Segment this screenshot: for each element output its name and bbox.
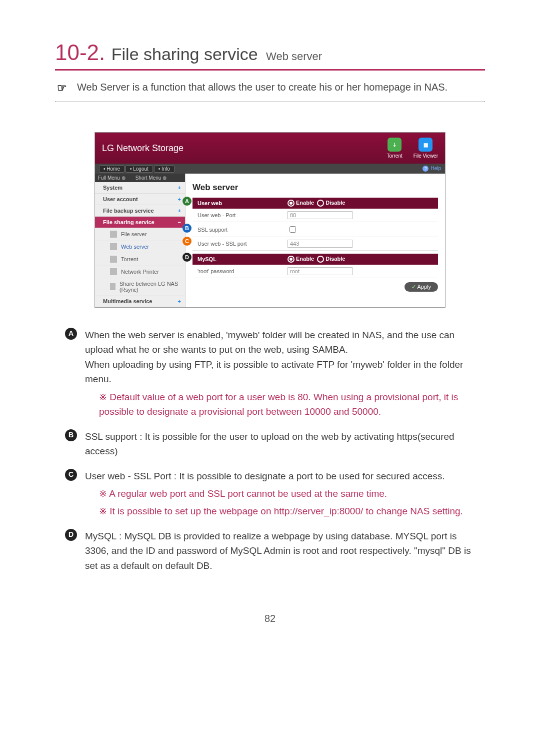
page-number: 82 (55, 613, 485, 624)
userweb-radio[interactable]: Enable Disable (282, 198, 438, 209)
input-user-web-port[interactable] (288, 211, 352, 219)
checkbox-ssl[interactable] (290, 226, 296, 233)
row-label: SSL support (192, 222, 282, 237)
input-user-web-ssl-port[interactable] (288, 240, 352, 248)
brand: LG Network Storage (102, 143, 184, 154)
nav-info[interactable]: • Info (154, 165, 174, 173)
label-c: C (65, 469, 77, 481)
app-header: LG Network Storage ⇣Torrent▦File Viewer (95, 133, 445, 164)
section-sub: Web server (266, 50, 322, 63)
sidebar-item-multimedia-service[interactable]: Multimedia service+ (95, 296, 185, 307)
row-label: User web - SSL port (192, 237, 282, 251)
file-viewer-icon[interactable]: ▦File Viewer (414, 138, 438, 159)
menu-tab[interactable]: Short Menu ⊚ (136, 175, 166, 181)
sidebar: Full Menu ⊚Short Menu ⊚ System+User acco… (95, 174, 186, 307)
intro-block: ☞ Web Server is a function that allows t… (57, 80, 483, 96)
sidebar-item-torrent[interactable]: Torrent (95, 253, 185, 266)
desc-c: User web - SSL Port : It is possible to … (85, 469, 463, 519)
sidebar-item-file-sharing-service[interactable]: File sharing service− (95, 217, 185, 228)
sidebar-item-user-account[interactable]: User account+ (95, 194, 185, 205)
sidebar-item-file-backup-service[interactable]: File backup service+ (95, 205, 185, 217)
label-d: D (65, 529, 77, 541)
sidebar-item-file-server[interactable]: File server (95, 228, 185, 241)
section-number: 10-2. (55, 40, 105, 65)
hand-icon: ☞ (57, 80, 71, 96)
main-panel: Web server A B C D User web Enable Disab… (186, 174, 445, 307)
sidebar-item-share-between-lg-nas-rsync-[interactable]: Share between LG NAS (Rsync) (95, 278, 185, 296)
divider (55, 101, 485, 102)
row-label: 'root' password (192, 265, 282, 278)
nas-admin-screenshot: LG Network Storage ⇣Torrent▦File Viewer … (94, 132, 446, 308)
sidebar-item-system[interactable]: System+ (95, 182, 185, 194)
page-title: 10-2. File sharing service Web server (55, 40, 485, 71)
desc-a: When the web server is enabled, 'myweb' … (85, 328, 475, 419)
label-a: A (65, 328, 77, 340)
intro-text: Web Server is a function that allows the… (77, 80, 448, 95)
mysql-header: MySQL (192, 254, 282, 265)
apply-button[interactable]: Apply (404, 282, 438, 292)
marker-d: D (182, 253, 192, 262)
section-main: File sharing service (112, 45, 258, 64)
userweb-header: User web (192, 198, 282, 209)
nav-home[interactable]: • Home (99, 165, 124, 173)
description-list: A When the web server is enabled, 'myweb… (65, 328, 475, 573)
nav-row: • Home• Logout• Info Help (95, 164, 445, 174)
mysql-table: MySQL Enable Disable 'root' password (192, 254, 438, 278)
label-b: B (65, 429, 77, 441)
torrent-icon[interactable]: ⇣Torrent (387, 138, 402, 159)
nav-logout[interactable]: • Logout (126, 165, 153, 173)
marker-a: A (182, 197, 192, 206)
marker-b: B (182, 224, 192, 233)
panel-title: Web server (192, 183, 438, 193)
sidebar-item-network-printer[interactable]: Network Printer (95, 266, 185, 278)
help-link[interactable]: Help (422, 166, 441, 172)
desc-b: SSL support : It is possible for the use… (85, 429, 475, 459)
userweb-table: User web Enable Disable User web - PortS… (192, 198, 438, 251)
marker-c: C (182, 237, 192, 246)
row-label: User web - Port (192, 209, 282, 222)
mysql-radio[interactable]: Enable Disable (282, 254, 438, 265)
sidebar-item-web-server[interactable]: Web server (95, 241, 185, 253)
menu-tab[interactable]: Full Menu ⊚ (98, 175, 126, 181)
desc-d: MySQL : MySQL DB is provided to realize … (85, 529, 475, 573)
desc-a-note: Default value of a web port for a user w… (99, 390, 475, 419)
input--root-password[interactable] (288, 267, 352, 275)
